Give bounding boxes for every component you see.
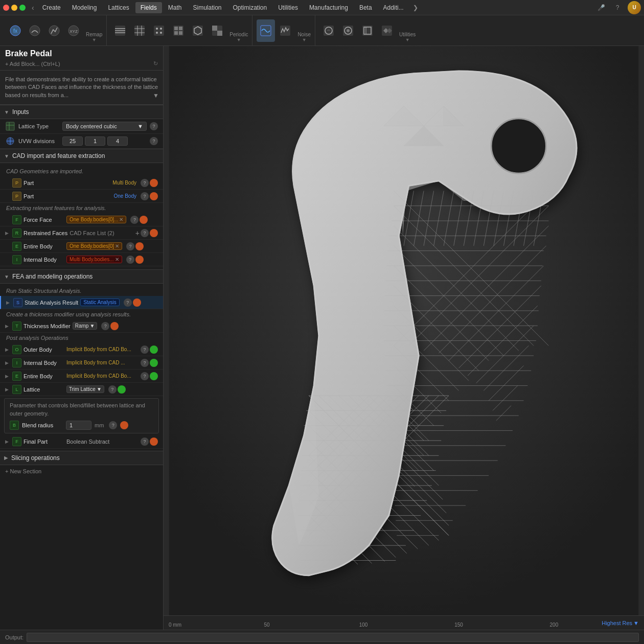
force-face-info-btn[interactable]: ?	[130, 216, 139, 224]
minimize-window-btn[interactable]	[11, 5, 17, 11]
tb-grid-btn[interactable]	[169, 19, 188, 42]
part1-info-btn[interactable]: ?	[141, 179, 149, 187]
entire-body2-info-btn[interactable]: ?	[141, 372, 149, 380]
uvw-w-input[interactable]	[107, 136, 128, 146]
tb-remap2-btn[interactable]	[45, 19, 63, 42]
tb-noise1-btn[interactable]	[257, 19, 275, 42]
tb-util2-btn[interactable]	[339, 19, 357, 42]
restrained-faces-add-btn[interactable]: +	[135, 229, 140, 237]
tb-checker-btn[interactable]	[208, 19, 226, 42]
outer-body-status-btn[interactable]	[150, 346, 158, 354]
menu-optimization[interactable]: Optimization	[228, 2, 272, 13]
nav-back-arrow[interactable]: ‹	[30, 4, 36, 12]
menu-lattices[interactable]: Lattices	[103, 2, 134, 13]
viewport[interactable]: BACK	[164, 46, 644, 630]
menu-more-btn[interactable]: ❯	[410, 2, 421, 13]
internal-body-info-btn[interactable]: ?	[126, 256, 134, 264]
tb-util4-btn[interactable]	[378, 19, 396, 42]
internal-body-chip-remove[interactable]: ✕	[115, 257, 119, 262]
menu-create[interactable]: Create	[37, 2, 66, 13]
tb-dots-btn[interactable]	[150, 19, 168, 42]
internal-body-icon: I	[12, 255, 21, 264]
entire-body2-status-btn[interactable]	[150, 372, 158, 380]
tb-xyz-btn[interactable]: XYZ	[64, 19, 83, 42]
svg-point-17	[160, 28, 162, 30]
part2-status-btn[interactable]	[150, 192, 158, 200]
close-window-btn[interactable]	[3, 5, 9, 11]
menu-additi[interactable]: Additi...	[378, 2, 409, 13]
expand-desc-btn[interactable]: ▼	[153, 91, 159, 100]
menu-math[interactable]: Math	[163, 2, 187, 13]
panel-scroll[interactable]: File that demonstrates the ability to cr…	[0, 71, 163, 630]
microphone-icon-btn[interactable]: 🎤	[595, 2, 607, 14]
menu-utilities[interactable]: Utilities	[273, 2, 303, 13]
lattice-type-dropdown[interactable]: Body centered cubic ▼	[62, 122, 147, 131]
internal-body2-status-btn[interactable]	[150, 359, 158, 367]
part1-status-btn[interactable]	[150, 179, 158, 187]
lattice-info-btn[interactable]: ?	[108, 385, 117, 394]
menu-beta[interactable]: Beta	[354, 2, 377, 13]
tb-lines-btn[interactable]	[111, 19, 129, 42]
uvw-v-input[interactable]	[85, 136, 105, 146]
tb-util3-btn[interactable]	[358, 19, 377, 42]
static-result-status-btn[interactable]	[133, 298, 141, 307]
help-icon-btn[interactable]: ?	[611, 2, 624, 14]
blend-value-input[interactable]	[66, 421, 91, 430]
tb-util1-btn[interactable]	[319, 19, 338, 42]
tb-noise2-btn[interactable]	[276, 19, 294, 42]
ramp-dropdown[interactable]: Ramp ▼	[73, 322, 98, 330]
force-face-chip-remove[interactable]: ✕	[119, 217, 123, 222]
entire-body-chip-remove[interactable]: ✕	[115, 243, 119, 249]
thickness-status-btn[interactable]	[110, 322, 119, 330]
part2-info-btn[interactable]: ?	[141, 192, 149, 200]
menu-manufacturing[interactable]: Manufacturing	[304, 2, 353, 13]
refresh-icon[interactable]: ↻	[153, 60, 158, 67]
final-part-status-btn[interactable]	[150, 438, 158, 446]
uvw-info-btn[interactable]: ?	[150, 137, 158, 145]
description-box: File that demonstrates the ability to cr…	[0, 71, 163, 105]
internal-body-status-btn[interactable]	[135, 256, 144, 264]
thickness-info-btn[interactable]: ?	[101, 322, 109, 330]
maximize-window-btn[interactable]	[19, 5, 26, 11]
toolbar-noise-group: Noise ▼	[255, 15, 315, 45]
tb-noise-btn[interactable]	[189, 19, 207, 42]
new-section-row[interactable]: + New Section	[0, 465, 163, 477]
tb-hash-btn[interactable]	[130, 19, 149, 42]
add-block-label[interactable]: + Add Block... (Ctrl+L)	[5, 61, 60, 67]
slicing-section-header[interactable]: ▶ Slicing operations	[0, 451, 163, 465]
tb-remap1-btn[interactable]	[26, 19, 44, 42]
noise-hex-icon	[192, 25, 204, 37]
outer-body-label: Outer Body	[24, 347, 64, 353]
uvw-u-input[interactable]	[62, 136, 83, 146]
blend-status-btn[interactable]	[120, 421, 128, 429]
restrained-faces-status-btn[interactable]	[150, 229, 158, 237]
menu-fields[interactable]: Fields	[135, 2, 162, 13]
lattice-type-info-btn[interactable]: ?	[150, 122, 158, 130]
tb-fx-btn[interactable]: fx	[6, 19, 25, 42]
cad-section-header[interactable]: ▼ CAD import and feature extraction	[0, 149, 163, 163]
menu-modeling[interactable]: Modeling	[67, 2, 102, 13]
post-label: Post analysis Operations	[0, 333, 163, 343]
fea-section-title: FEA and modeling operations	[12, 273, 93, 280]
user-avatar[interactable]: U	[628, 1, 641, 14]
entire-body-status-btn[interactable]	[135, 242, 144, 250]
periodic-section-label: Periodic ▼	[227, 15, 250, 45]
restrained-faces-info-btn[interactable]: ?	[141, 229, 149, 237]
lattice-status-btn[interactable]	[118, 385, 126, 394]
internal-body2-info-btn[interactable]: ?	[141, 359, 149, 367]
toolbar-utilities-group: Utilities ▼	[317, 15, 420, 45]
force-face-status-btn[interactable]	[140, 216, 148, 224]
fea-section-header[interactable]: ▼ FEA and modeling operations	[0, 269, 163, 284]
output-input[interactable]	[27, 633, 639, 642]
blend-info-btn[interactable]: ?	[109, 421, 117, 429]
trim-lattice-dropdown[interactable]: Trim Lattice ▼	[66, 385, 104, 393]
menu-simulation[interactable]: Simulation	[188, 2, 226, 13]
static-result-info-btn[interactable]: ?	[124, 298, 132, 307]
panel-title: Brake Pedal	[5, 49, 158, 58]
entire-body-info-btn[interactable]: ?	[126, 242, 134, 250]
outer-body-info-btn[interactable]: ?	[141, 346, 149, 354]
highest-res-btn[interactable]: Highest Res ▼	[602, 620, 639, 626]
final-part-info-btn[interactable]: ?	[141, 438, 149, 446]
blend-msg: Parameter that controls blend/fillet bet…	[10, 402, 153, 418]
inputs-section-header[interactable]: ▼ Inputs	[0, 105, 163, 119]
